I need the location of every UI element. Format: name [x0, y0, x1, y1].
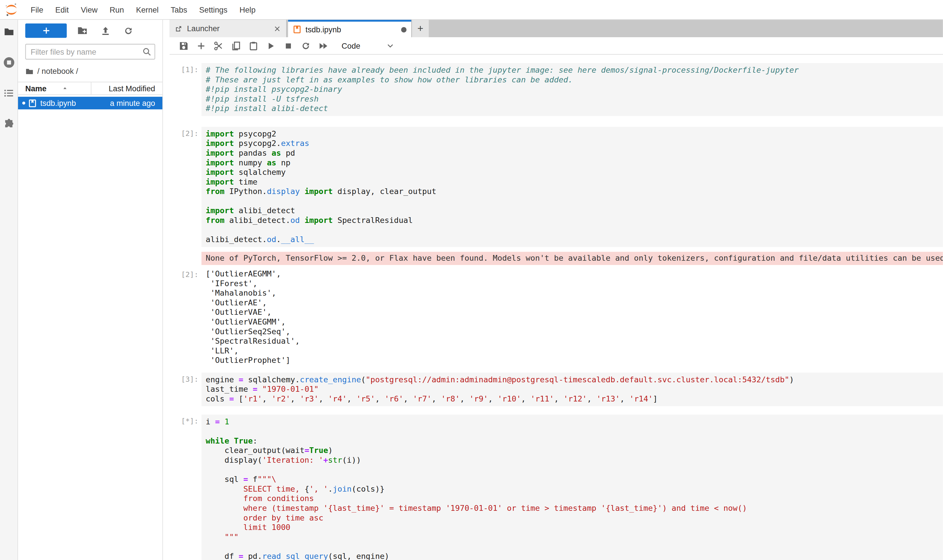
dock-panel: Launchertsdb.ipynb+ Code [1]:# The follo…: [170, 20, 943, 560]
menu-item-help[interactable]: Help: [233, 5, 261, 14]
jupyterlab-window: FileEditViewRunKernelTabsSettingsHelp: [0, 0, 943, 560]
tab-label: tsdb.ipynb: [306, 25, 399, 34]
output-prompt: [2]:: [170, 268, 201, 366]
launcher-icon: [174, 24, 183, 32]
input-prompt: [2]:: [170, 127, 201, 247]
file-row[interactable]: tsdb.ipynba minute ago: [18, 97, 162, 109]
search-icon: [142, 47, 152, 57]
new-tab-button[interactable]: +: [411, 20, 429, 37]
stderr-output: None of PyTorch, TensorFlow >= 2.0, or F…: [201, 252, 943, 265]
tab-label: Launcher: [187, 24, 271, 33]
cell-editor[interactable]: # The following libraries have already b…: [201, 63, 943, 116]
upload-button[interactable]: [98, 23, 112, 38]
menu-item-kernel[interactable]: Kernel: [130, 5, 165, 14]
close-icon[interactable]: [273, 24, 281, 32]
file-list: tsdb.ipynba minute ago: [18, 95, 162, 560]
menu-item-view[interactable]: View: [75, 5, 103, 14]
input-prompt: [*]:: [170, 415, 201, 560]
cell-editor[interactable]: import psycopg2 import psycopg2.extras i…: [201, 127, 943, 247]
activity-sidebar: [0, 20, 18, 560]
code-cell: [2]:import psycopg2 import psycopg2.extr…: [170, 127, 943, 247]
run-cell-button[interactable]: [264, 38, 278, 53]
add-cell-button[interactable]: [194, 38, 208, 53]
tab-launcher[interactable]: Launcher: [170, 20, 287, 37]
file-last-modified: a minute ago: [110, 98, 162, 108]
new-folder-button[interactable]: [75, 23, 90, 38]
refresh-button[interactable]: [121, 23, 135, 38]
menu-item-edit[interactable]: Edit: [49, 5, 75, 14]
copy-icon: [230, 41, 241, 51]
menu-item-file[interactable]: File: [25, 5, 49, 14]
sort-caret-up-icon: [62, 85, 68, 91]
chevron-down-icon: [386, 42, 394, 50]
input-prompt: [3]:: [170, 372, 201, 406]
file-name: tsdb.ipynb: [40, 98, 110, 108]
file-browser-toolbar: [25, 23, 155, 38]
folder-icon: [3, 26, 14, 37]
refresh-icon: [123, 25, 133, 36]
add-icon: [196, 41, 206, 51]
output-text: ['OutlierAEGMM', 'IForest', 'Mahalanobis…: [201, 268, 943, 366]
cell-editor[interactable]: engine = sqlalchemy.create_engine("postg…: [201, 372, 943, 406]
panel-splitter[interactable]: [163, 20, 170, 560]
upload-icon: [100, 25, 111, 36]
execute-result: [2]:['OutlierAEGMM', 'IForest', 'Mahalan…: [170, 268, 943, 366]
cut-icon: [213, 41, 223, 51]
file-browser-panel: / notebook / Name Last Modified tsdb.ipy…: [18, 20, 163, 560]
new-launcher-button[interactable]: [25, 23, 67, 38]
main-area: / notebook / Name Last Modified tsdb.ipy…: [0, 20, 943, 560]
running-dot: [22, 102, 25, 105]
breadcrumb[interactable]: / notebook /: [25, 67, 155, 75]
notebook-icon: [293, 25, 301, 34]
menu-item-tabs[interactable]: Tabs: [165, 5, 193, 14]
menu-item-settings[interactable]: Settings: [193, 5, 234, 14]
cell-type-dropdown[interactable]: Code: [342, 41, 395, 50]
paste-cell-button[interactable]: [246, 38, 260, 53]
menu-items: FileEditViewRunKernelTabsSettingsHelp: [25, 5, 261, 14]
cut-cell-button[interactable]: [211, 38, 225, 53]
tab-bar: Launchertsdb.ipynb+: [170, 20, 943, 37]
restart-run-all-button[interactable]: [316, 38, 330, 53]
menu-bar: FileEditViewRunKernelTabsSettingsHelp: [0, 0, 943, 20]
paste-icon: [248, 41, 258, 51]
restart-icon: [300, 41, 311, 51]
filter-box: [25, 44, 155, 60]
code-cell: [*]:i = 1 while True: clear_output(wait=…: [170, 415, 943, 560]
breadcrumb-path: / notebook /: [37, 67, 78, 75]
menu-item-run[interactable]: Run: [103, 5, 130, 14]
sidebar-tab-toc[interactable]: [2, 86, 16, 100]
jupyter-logo-icon: [4, 2, 19, 17]
plus-icon: [41, 26, 51, 35]
stop-circle-icon: [3, 56, 15, 68]
fast-forward-icon: [318, 41, 328, 51]
stop-kernel-button[interactable]: [281, 38, 295, 53]
sidebar-tab-running[interactable]: [2, 55, 16, 69]
copy-cell-button[interactable]: [228, 38, 243, 53]
tab-tsdb-ipynb[interactable]: tsdb.ipynb: [288, 20, 411, 37]
sidebar-tab-extensions[interactable]: [2, 117, 16, 131]
file-list-header: Name Last Modified: [18, 82, 162, 95]
puzzle-icon: [3, 118, 14, 129]
code-cell: [3]:engine = sqlalchemy.create_engine("p…: [170, 372, 943, 406]
list-icon: [3, 88, 14, 99]
restart-kernel-button[interactable]: [298, 38, 313, 53]
sidebar-tab-files[interactable]: [2, 25, 16, 39]
run-icon: [265, 41, 276, 51]
filter-files-input[interactable]: [25, 44, 155, 60]
column-header-name[interactable]: Name: [18, 82, 91, 94]
save-button[interactable]: [176, 38, 190, 53]
unsaved-changes-dot: [401, 27, 407, 32]
code-cell: [1]:# The following libraries have alrea…: [170, 63, 943, 116]
notebook-toolbar: Code: [170, 37, 943, 55]
cell-type-value: Code: [342, 41, 360, 50]
save-icon: [178, 41, 189, 51]
notebook-scroll-area[interactable]: [1]:# The following libraries have alrea…: [170, 55, 943, 560]
notebook-icon: [28, 99, 37, 107]
folder-icon: [25, 67, 34, 75]
column-header-last-modified[interactable]: Last Modified: [91, 84, 162, 93]
cell-editor[interactable]: i = 1 while True: clear_output(wait=True…: [201, 415, 943, 560]
input-prompt: [1]:: [170, 63, 201, 116]
new-folder-icon: [77, 25, 88, 36]
stop-icon: [283, 41, 293, 51]
